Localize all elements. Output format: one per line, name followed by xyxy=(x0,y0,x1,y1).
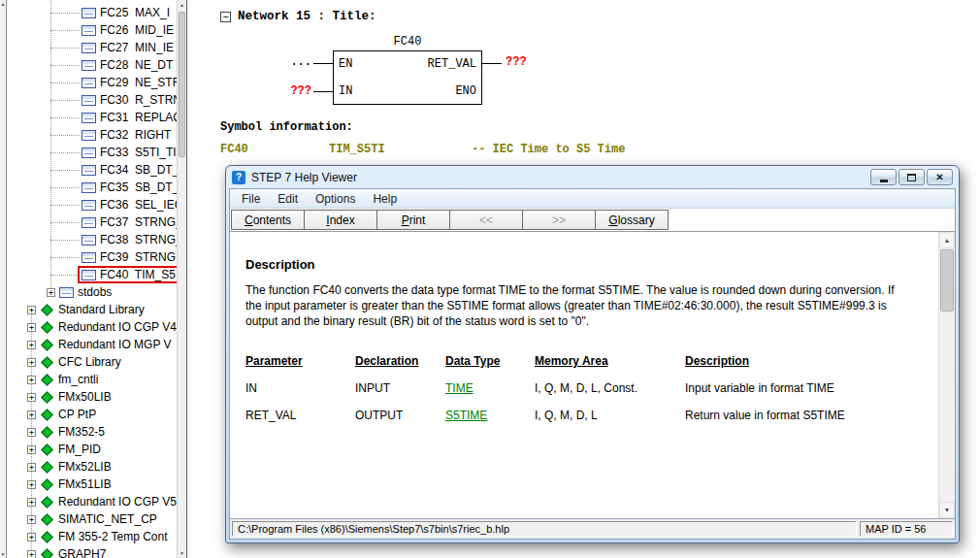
table-header: Data Type xyxy=(445,354,535,369)
maximize-button[interactable] xyxy=(898,169,925,185)
scroll-down-icon[interactable]: ▼ xyxy=(0,550,6,558)
tree-item[interactable]: FC36 SEL_IEC xyxy=(8,196,177,213)
tree-item[interactable]: FC38 STRNG_ xyxy=(8,231,177,248)
toolbar-forward-button[interactable]: >> xyxy=(522,210,596,230)
tree-item[interactable]: +FMx50LIB xyxy=(8,388,177,406)
tree-item[interactable]: +FM 355-2 Temp Cont xyxy=(8,528,177,545)
tree-item[interactable]: FC29 NE_STR xyxy=(8,74,177,91)
table-cell-description: Input variable in format TIME xyxy=(685,381,897,396)
tree-item-label: SIMATIC_NET_CP xyxy=(58,512,157,526)
tree-item[interactable]: FC30 R_STRN xyxy=(8,91,177,109)
block-icon xyxy=(59,287,74,298)
block-icon xyxy=(82,78,96,88)
expand-icon[interactable]: + xyxy=(27,376,36,384)
tree-item[interactable]: FC35 SB_DT_ xyxy=(8,179,177,196)
scroll-down-icon[interactable]: ▼ xyxy=(178,548,186,558)
close-button[interactable]: ✕ xyxy=(927,169,953,185)
tree-item[interactable]: +FMx52LIB xyxy=(8,458,177,476)
tree-item[interactable]: FC26 MID_IE xyxy=(8,21,177,39)
tree-item-label: Redundant IO CGP V4 xyxy=(58,320,177,334)
tree-item[interactable]: +GRAPH7 xyxy=(8,545,177,558)
expand-icon[interactable]: + xyxy=(27,533,36,542)
toolbar-glossary-button[interactable]: Glossary xyxy=(595,210,669,230)
toolbar-back-button[interactable]: << xyxy=(449,210,523,230)
expand-icon[interactable]: + xyxy=(27,463,36,472)
tree-item[interactable]: +Standard Library xyxy=(8,301,177,318)
tree-item[interactable]: +FM352-5 xyxy=(8,423,177,441)
menu-file[interactable]: File xyxy=(233,190,269,208)
help-titlebar[interactable]: ? STEP 7 Help Viewer ✕ xyxy=(229,166,956,188)
tree-item-label: FC31 REPLAC xyxy=(100,111,177,124)
menu-edit[interactable]: Edit xyxy=(269,190,307,208)
expand-icon[interactable]: + xyxy=(27,445,36,454)
en-operand[interactable]: ... xyxy=(284,55,311,69)
tree-item-label: FM_PID xyxy=(58,443,101,456)
table-cell-declaration: INPUT xyxy=(355,381,445,396)
outer-vertical-scrollbar[interactable]: ▲ ▼ xyxy=(0,0,7,558)
library-icon xyxy=(41,304,53,316)
in-wire xyxy=(313,91,333,92)
scroll-up-icon[interactable]: ▲ xyxy=(178,0,186,10)
expand-icon[interactable]: + xyxy=(27,306,36,314)
toolbar-index-button[interactable]: Index xyxy=(304,210,377,230)
tree-item[interactable]: +CP PtP xyxy=(8,406,177,423)
scrollbar-thumb[interactable] xyxy=(179,12,185,157)
tree-item[interactable]: FC33 S5TI_TII xyxy=(8,144,177,161)
tree-item[interactable]: FC28 NE_DT xyxy=(8,56,177,74)
fbd-block[interactable]: EN RET_VAL IN ENO xyxy=(333,50,482,105)
expand-icon[interactable]: + xyxy=(27,498,36,507)
scroll-up-icon[interactable]: ▲ xyxy=(939,232,955,248)
in-operand[interactable]: ??? xyxy=(284,84,311,98)
block-icon xyxy=(82,165,96,176)
datatype-link[interactable]: S5TIME xyxy=(445,409,535,423)
expand-icon[interactable]: + xyxy=(47,288,55,297)
tree-item-label: FC26 MID_IE xyxy=(100,23,174,37)
tree-scrollbar[interactable]: ▲ ▼ xyxy=(177,0,186,558)
expand-icon[interactable]: + xyxy=(27,393,36,402)
toolbar-print-button[interactable]: Print xyxy=(376,210,450,230)
description-heading: Description xyxy=(245,257,897,272)
tree-item[interactable]: FC34 SB_DT_ xyxy=(8,161,177,179)
help-scrollbar[interactable]: ▲ ▼ xyxy=(938,232,955,518)
expand-icon[interactable]: + xyxy=(27,323,36,332)
tree-item-label: FMx52LIB xyxy=(58,460,112,474)
tree-item[interactable]: FC37 STRNG_ xyxy=(8,213,177,231)
tree-connector-stub xyxy=(50,30,80,31)
scroll-up-icon[interactable]: ▲ xyxy=(0,0,6,8)
ret-val-operand[interactable]: ??? xyxy=(506,55,527,69)
help-toolbar: ContentsIndexPrint<<>>Glossary xyxy=(230,209,955,232)
toolbar-contents-button[interactable]: Contents xyxy=(231,210,305,230)
menu-options[interactable]: Options xyxy=(307,190,364,208)
tree-item[interactable]: FC25 MAX_I xyxy=(8,4,177,21)
tree-item[interactable]: FC32 RIGHT xyxy=(8,126,177,144)
tree-connector-stub xyxy=(50,240,80,241)
minimize-button[interactable] xyxy=(870,169,897,185)
tree-item[interactable]: FC39 STRNG xyxy=(8,248,177,266)
expand-icon[interactable]: + xyxy=(27,550,36,558)
expand-icon[interactable]: + xyxy=(27,515,36,524)
expand-icon[interactable]: + xyxy=(27,480,36,489)
tree-item[interactable]: +CFC Library xyxy=(8,353,177,371)
tree-item[interactable]: +FM_PID xyxy=(8,441,177,458)
tree-item[interactable]: +Redundant IO MGP V xyxy=(8,336,177,353)
expand-icon[interactable]: + xyxy=(27,410,36,419)
expand-icon[interactable]: + xyxy=(27,428,36,437)
expand-icon[interactable]: + xyxy=(27,341,36,349)
tree-item[interactable]: +FMx51LIB xyxy=(8,476,177,493)
tree-item-label: FC28 NE_DT xyxy=(100,58,173,72)
menu-help[interactable]: Help xyxy=(364,190,406,208)
tree-item-label: FC38 STRNG_ xyxy=(100,233,177,246)
tree-item[interactable]: +stdobs xyxy=(8,283,177,301)
library-icon xyxy=(41,478,53,491)
tree-item[interactable]: FC40 TIM_S5 xyxy=(8,266,177,283)
tree-item[interactable]: +fm_cntli xyxy=(8,371,177,388)
tree-item[interactable]: +SIMATIC_NET_CP xyxy=(8,510,177,528)
tree-item[interactable]: +Redundant IO CGP V4 xyxy=(8,318,177,336)
scrollbar-thumb[interactable] xyxy=(940,249,954,312)
tree-item[interactable]: +Redundant IO CGP V5 xyxy=(8,493,177,510)
scroll-down-icon[interactable]: ▼ xyxy=(939,502,955,518)
tree-item[interactable]: FC31 REPLAC xyxy=(8,109,177,126)
tree-item[interactable]: FC27 MIN_IE xyxy=(8,39,177,56)
expand-icon[interactable]: + xyxy=(27,358,36,367)
datatype-link[interactable]: TIME xyxy=(445,381,535,396)
